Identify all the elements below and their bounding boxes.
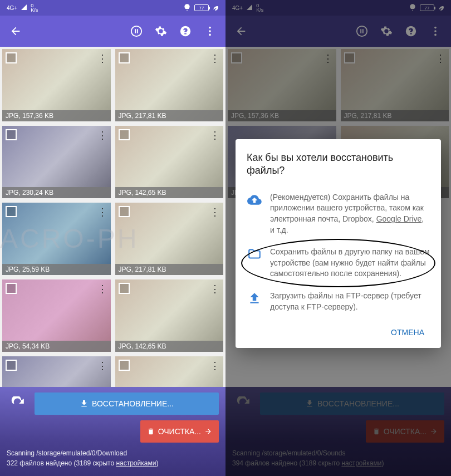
checkbox-icon[interactable] [6,52,17,63]
thumbnail-item[interactable]: ⋮JPG, 142,65 KB [115,279,224,352]
cancel-button[interactable]: ОТМЕНА [385,323,430,341]
upload-icon [247,291,262,306]
leaf-icon [212,4,219,12]
thumbnail-item[interactable]: ⋮JPG, 25,59 KB [115,356,224,387]
option-folder[interactable]: Сохранить файлы в другую папку на вашем … [247,241,430,285]
checkbox-icon[interactable] [6,129,17,140]
restore-button[interactable]: ВОССТАНОВЛЕНИЕ... [35,392,219,415]
item-menu-icon[interactable]: ⋮ [210,206,220,218]
dialog-title: Как бы вы хотели восстановить файлы? [247,151,430,178]
alarm-icon [183,3,191,12]
status-bar: 4G+ 0K/s 77 [0,0,226,16]
settings-button[interactable] [150,20,172,42]
bottom-bar: ВОССТАНОВЛЕНИЕ... ОЧИСТКА... Scanning /s… [0,387,226,476]
screen-right: 4G+ 0K/s 77 ⋮JPG, 157,36 KB ⋮JPG, 217,81… [226,0,451,476]
network-speed: 0K/s [31,3,38,12]
item-menu-icon[interactable]: ⋮ [97,52,107,65]
option-cloud[interactable]: (Рекомендуется) Сохранить файлы на прило… [247,187,430,241]
thumbnail-label: JPG, 217,81 KB [115,110,224,121]
thumbnail-item[interactable]: ⋮JPG, 217,81 KB [115,49,224,121]
overflow-menu-button[interactable] [199,20,221,42]
svg-point-2 [209,27,211,29]
svg-point-0 [131,26,141,36]
thumbnail-item[interactable]: ⋮JPG, 21,66 KB [2,356,111,387]
back-button[interactable] [4,20,27,42]
cloud-upload-icon [247,192,262,208]
thumbnail-item[interactable]: ⋮JPG, 54,34 KB [2,279,111,352]
folder-icon [247,247,262,262]
item-menu-icon[interactable]: ⋮ [97,129,107,141]
screen-left: 4G+ 0K/s 77 ⋮JPG, 157,36 KB ⋮JPG, 217,81… [0,0,226,476]
checkbox-icon[interactable] [119,129,130,140]
network-label: 4G+ [7,5,17,11]
thumbnail-label: JPG, 157,36 KB [2,110,111,121]
svg-point-3 [209,30,211,32]
thumbnail-label: JPG, 217,81 KB [115,264,224,275]
scan-status: Scanning /storage/emulated/0/Download 32… [7,448,219,468]
item-menu-icon[interactable]: ⋮ [97,283,107,295]
refresh-button[interactable] [7,392,29,415]
thumbnail-label: JPG, 230,24 KB [2,187,111,198]
thumbnail-grid: ⋮JPG, 157,36 KB ⋮JPG, 217,81 KB ⋮JPG, 23… [0,47,226,387]
svg-point-4 [209,34,211,36]
restore-dialog: Как бы вы хотели восстановить файлы? (Ре… [236,139,441,348]
signal-icon [21,4,27,12]
thumbnail-item[interactable]: ⋮JPG, 230,24 KB [2,126,111,198]
item-menu-icon[interactable]: ⋮ [97,206,107,218]
thumbnail-label: JPG, 54,34 KB [2,341,111,352]
item-menu-icon[interactable]: ⋮ [210,283,220,295]
thumbnail-label: JPG, 25,59 KB [2,264,111,275]
thumbnail-item[interactable]: ⋮JPG, 157,36 KB [2,49,111,121]
option-text: (Рекомендуется) Сохранить файлы на прило… [270,192,430,235]
checkbox-icon[interactable] [119,206,130,217]
option-text: Сохранить файлы в другую папку на вашем … [270,247,430,279]
thumbnail-item[interactable]: ⋮JPG, 217,81 KB [115,203,224,275]
checkbox-icon[interactable] [6,206,17,217]
app-bar [0,16,226,47]
checkbox-icon[interactable] [6,283,17,294]
clean-button[interactable]: ОЧИСТКА... [140,420,219,443]
checkbox-icon[interactable] [119,52,130,63]
item-menu-icon[interactable]: ⋮ [210,129,220,141]
thumbnail-item[interactable]: ⋮JPG, 25,59 KB [2,203,111,275]
settings-link[interactable]: настройками [116,459,156,467]
checkbox-icon[interactable] [119,360,130,371]
battery-icon: 77 [194,4,209,11]
thumbnail-label: JPG, 142,65 KB [115,187,224,198]
item-menu-icon[interactable]: ⋮ [97,360,107,372]
thumbnail-item[interactable]: ⋮JPG, 142,65 KB [115,126,224,198]
pause-button[interactable] [125,20,148,42]
checkbox-icon[interactable] [119,283,130,294]
checkbox-icon[interactable] [6,360,17,371]
option-ftp[interactable]: Загрузить файлы на FTP-сервер (требует д… [247,285,430,318]
help-button[interactable] [174,20,197,42]
thumbnail-label: JPG, 142,65 KB [115,341,224,352]
item-menu-icon[interactable]: ⋮ [210,52,220,65]
item-menu-icon[interactable]: ⋮ [210,360,220,372]
option-text: Загрузить файлы на FTP-сервер (требует д… [270,291,430,312]
